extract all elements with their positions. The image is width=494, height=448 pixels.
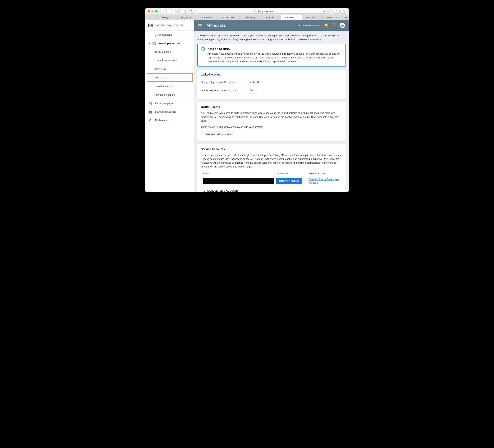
- people-icon: 👥: [148, 110, 152, 114]
- sidebar-item-payments-settings[interactable]: Payments settings: [145, 90, 194, 99]
- view-in-google-developers-console-link[interactable]: View in Google Developers Console: [309, 178, 339, 184]
- chevron-right-icon: ›: [168, 10, 169, 13]
- browser-tab[interactable]: Stores · Sm…: [323, 15, 343, 20]
- search-icon: [297, 23, 301, 27]
- maximize-window-button[interactable]: [155, 10, 158, 12]
- sliders-icon: ⚙: [148, 118, 152, 122]
- page-title: API access: [207, 23, 294, 28]
- linked-project-name-link[interactable]: Google Play Android Developer: [201, 81, 243, 84]
- account-avatar[interactable]: 🤖: [340, 23, 345, 28]
- column-header-permission: Permission: [276, 172, 309, 175]
- browser-tab[interactable]: Publish to G…: [219, 15, 240, 20]
- sidebar-item-developer-page[interactable]: ▤ Developer page: [145, 99, 194, 108]
- url-bar[interactable]: 🔒 play.google.com 🔊 ⟳: [197, 9, 330, 14]
- new-tab-button[interactable]: +: [343, 15, 349, 20]
- tab-audio-icon[interactable]: 🔊: [278, 16, 280, 18]
- sidebar-section-developer-account[interactable]: ▼ 🏢 Developer account: [145, 39, 194, 48]
- sidebar-item-users-permissions[interactable]: Users & permissions: [145, 56, 194, 64]
- tabs-overview-button[interactable]: ⧉: [341, 9, 346, 14]
- create-service-account-button[interactable]: Create Service Account: [201, 187, 241, 192]
- privacy-report-button[interactable]: ◎: [182, 9, 188, 14]
- info-icon: ⓘ: [191, 10, 194, 13]
- sidebar-item-label: Preferences: [155, 119, 169, 122]
- learn-more-link[interactable]: Learn more: [308, 38, 321, 41]
- security-notice: i Note on Security API users have access…: [197, 44, 346, 67]
- browser-tab[interactable]: Grammarly: [240, 15, 260, 20]
- bell-icon: 🔔: [324, 23, 328, 27]
- browser-tab[interactable]: Co: [145, 15, 157, 20]
- card-heading: Service Accounts: [201, 147, 342, 151]
- plus-icon: +: [345, 16, 347, 19]
- sidebar-item-all-applications[interactable]: ← All applications: [145, 31, 194, 39]
- browser-tab[interactable]: Fragmen…🔊: [260, 15, 281, 20]
- sidebar-item-preferences[interactable]: ⚙ Preferences: [145, 116, 194, 124]
- notice-body: API users have access to perform actions…: [208, 52, 342, 63]
- svg-point-0: [298, 24, 300, 26]
- sidebar-item-label: Activity log: [154, 67, 166, 70]
- browser-window: ‹ › ▥ ◎ ⓘ 🔒 play.google.com 🔊 ⟳: [145, 8, 349, 192]
- sidebar-item-manage-email-lists[interactable]: 👥 Manage email lists: [145, 108, 194, 116]
- app-logo[interactable]: ✶ Google Play Console: [145, 20, 194, 31]
- service-account-modify-cell: View in Google Developers Console: [309, 178, 340, 185]
- audio-icon[interactable]: 🔊: [323, 10, 326, 13]
- browser-tab[interactable]: delivery.ac…: [157, 15, 177, 20]
- sidebar-item-linked-accounts[interactable]: Linked accounts: [145, 82, 194, 90]
- sidebar-item-activity-log[interactable]: Activity log: [145, 64, 194, 73]
- unlink-button[interactable]: Unlink: [247, 79, 262, 85]
- chevron-left-icon: ‹: [163, 10, 164, 13]
- games-services-label: Games Services Publishing API: [201, 89, 243, 92]
- sidebar-item-label: Manage email lists: [155, 110, 176, 113]
- sidebar-item-account-details[interactable]: Account details: [145, 48, 194, 56]
- browser-tab[interactable]: API access…: [198, 15, 219, 20]
- page-icon: ▤: [148, 101, 152, 105]
- card-heading: OAuth Clients: [201, 105, 342, 109]
- site-settings-button[interactable]: ⓘ: [189, 9, 195, 14]
- service-accounts-description: Service accounts allow access to the Goo…: [201, 153, 342, 169]
- app-body: ✶ Google Play Console ← All applications…: [145, 20, 349, 192]
- sidebar-item-api-access[interactable]: API access: [147, 73, 193, 82]
- linked-project-card: Linked Project Google Play Android Devel…: [197, 70, 346, 99]
- app-logo-text: Google Play Console: [155, 24, 184, 27]
- games-services-row: Games Services Publishing API On: [201, 87, 342, 94]
- caret-down-icon: ▼: [148, 42, 150, 44]
- reload-icon[interactable]: ⟳: [327, 10, 329, 13]
- sidebar-item-label: API access: [154, 76, 167, 79]
- content: The Google Play Developer Publishing API…: [194, 31, 349, 192]
- notice-title: Note on Security: [208, 47, 342, 50]
- search-box[interactable]: Search for apps: [297, 23, 321, 27]
- browser-tab[interactable]: Service acc…: [302, 15, 323, 20]
- play-console-icon: ✶: [148, 23, 153, 27]
- share-button[interactable]: ⤴: [334, 9, 340, 14]
- nav-button-group: ‹ › ▥: [161, 9, 179, 13]
- shield-icon: ◎: [184, 10, 186, 13]
- forward-button[interactable]: ›: [166, 9, 171, 13]
- sidebar-section-label: Developer account: [159, 42, 181, 45]
- create-oauth-client-button[interactable]: Create OAuth Client: [201, 131, 236, 138]
- oauth-empty-state: There are no OAuth clients associated wi…: [201, 125, 342, 129]
- browser-tab[interactable]: Bug 59400:…: [177, 15, 198, 20]
- android-icon: 🤖: [341, 24, 344, 27]
- help-button[interactable]: ❔: [332, 23, 336, 27]
- share-icon: ⤴: [336, 10, 337, 13]
- service-account-email-redacted: [203, 178, 274, 184]
- service-accounts-table-header: Email Permission Modify account: [201, 171, 342, 177]
- games-services-toggle-button[interactable]: On: [247, 87, 256, 94]
- building-icon: 🏢: [152, 42, 156, 45]
- hamburger-menu-button[interactable]: [198, 24, 202, 26]
- tabs-icon: ⧉: [343, 10, 345, 13]
- grant-access-button[interactable]: Grant Access: [276, 178, 302, 184]
- browser-tab-active[interactable]: API access…: [281, 15, 302, 20]
- sidebar-item-label: Developer page: [155, 102, 173, 105]
- minimize-window-button[interactable]: [151, 10, 154, 12]
- close-window-button[interactable]: [148, 10, 150, 12]
- back-button[interactable]: ‹: [161, 9, 166, 13]
- sidebar-item-label: Account details: [154, 50, 171, 53]
- service-account-row: Grant Access View in Google Developers C…: [201, 177, 342, 187]
- sidebar-toggle-button[interactable]: ▥: [173, 9, 179, 13]
- notifications-button[interactable]: 🔔: [324, 23, 328, 27]
- search-placeholder: Search for apps: [303, 24, 321, 27]
- info-icon: i: [201, 47, 205, 51]
- arrow-left-icon: ←: [148, 33, 152, 37]
- main-area: API access Search for apps 🔔 ❔ 🤖 The Goo…: [194, 20, 349, 192]
- sidebar-item-label: Linked accounts: [154, 85, 173, 88]
